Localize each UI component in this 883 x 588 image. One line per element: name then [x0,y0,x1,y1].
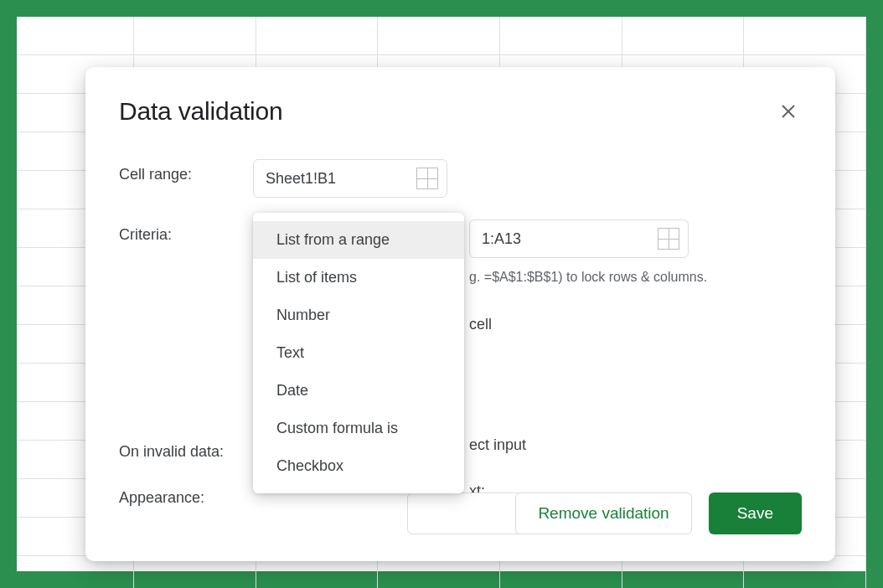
dialog-title: Data validation [119,97,282,126]
cell-range-input[interactable]: Sheet1!B1 [253,159,447,198]
criteria-row: Criteria: 1:A13 g. =$A$1:$B$1) to lock r… [119,219,802,344]
dialog-header: Data validation [119,97,802,126]
on-invalid-label: On invalid data: [119,436,253,461]
save-button[interactable]: Save [709,493,802,534]
close-button[interactable] [775,98,802,125]
obscured-cancel-button[interactable] [407,493,524,534]
remove-validation-button[interactable]: Remove validation [515,493,691,534]
cell-range-value: Sheet1!B1 [266,170,410,188]
criteria-option-checkbox[interactable]: Checkbox [253,447,464,485]
data-validation-dialog: Data validation Cell range: Sheet1!B1 Cr… [85,67,835,561]
obscured-reject-input-fragment: ect input [469,436,802,454]
dialog-footer: Remove validation Save [515,493,802,534]
range-hint-fragment: g. =$A$1:$B$1) to lock rows & columns. [469,270,802,285]
criteria-option-date[interactable]: Date [253,372,464,410]
obscured-dropdown-in-cell-fragment: cell [469,305,802,344]
criteria-range-value-fragment: 1:A13 [482,230,651,248]
grid-picker-icon[interactable] [658,228,679,250]
criteria-label: Criteria: [119,219,253,244]
criteria-dropdown[interactable]: List from a range List of items Number T… [253,213,464,493]
criteria-option-list-of-items[interactable]: List of items [253,259,464,297]
cell-range-row: Cell range: Sheet1!B1 [119,159,802,198]
criteria-range-input[interactable]: 1:A13 [469,219,689,258]
criteria-option-list-from-range[interactable]: List from a range [253,221,464,259]
close-icon [780,103,797,120]
cell-range-label: Cell range: [119,159,253,183]
grid-picker-icon[interactable] [416,168,438,189]
criteria-option-number[interactable]: Number [253,297,464,334]
appearance-label: Appearance: [119,482,253,507]
app-frame: Data validation Cell range: Sheet1!B1 Cr… [17,17,866,571]
criteria-option-text[interactable]: Text [253,334,464,372]
criteria-option-custom-formula[interactable]: Custom formula is [253,410,464,447]
